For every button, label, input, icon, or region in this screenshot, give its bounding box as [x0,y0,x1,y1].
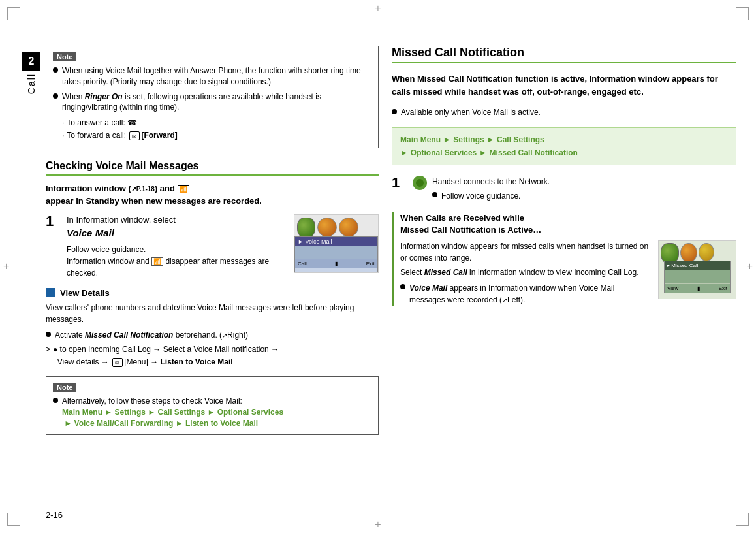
cross-bottom: + [375,519,381,530]
fruit-1 [297,218,315,238]
step-1-content: In Information window, select Voice Mail… [67,214,287,279]
activate-text: Activate Missed Call Notification before… [55,329,248,341]
green-button-icon [413,176,427,190]
corner-mark-tl [7,7,20,20]
step-1-image: ► Voice Mail Call▮Exit [294,214,379,273]
intro-text: When Missed Call Notification function i… [392,73,736,98]
bullet-1 [53,67,58,73]
view-details-step: > ● to open Incoming Call Log → Select a… [46,344,379,368]
avail-note: Available only when Voice Mail is active… [392,107,736,118]
nav-missed: Missed Call Notification [490,148,578,157]
voice-mail-label: Voice Mail [67,227,114,238]
nav-settings: Settings [453,135,484,144]
bullet-follow [432,192,437,197]
page-number: 2-16 [46,510,63,520]
step-detail: ● to open Incoming Call Log → Select a V… [53,344,279,368]
nav-arrow-4: ► [479,148,490,157]
when-calls-box: When Calls are Received while Missed Cal… [392,212,736,305]
step-1-desc-1: Follow voice guidance. [67,245,146,254]
when-calls-bullet: Voice Mail appears in Information window… [400,282,652,306]
step-1-instruction: In Information window, select Voice Mail [67,214,287,240]
when-calls-body: Information window appears for missed ca… [400,240,736,306]
nav-arrow-1: ► [443,135,453,144]
when-calls-text2: Select Missed Call in Information window… [400,266,652,278]
cross-top: + [375,3,381,14]
voice-mail-text: Voice Mail appears in Information window… [409,282,652,306]
corner-mark-bl [7,513,20,526]
missed-screen: ▸ Missed Call View▮Exit [664,261,731,293]
note-item-1: When using Voice Mail together with Answ… [53,65,371,88]
step-1-number: 1 [46,214,60,279]
when-calls-text: Information window appears for missed ca… [400,240,652,306]
right-step-1-content: Handset connects to the Network. Follow … [432,176,550,202]
step-1-row: 1 In Information window, select Voice Ma… [46,214,379,279]
when-calls-header: When Calls are Received while Missed Cal… [400,212,736,236]
nav-arrow-2: ► [486,135,497,144]
nav-call-settings: Call Settings [497,135,544,144]
view-details-activate: Activate Missed Call Notification before… [46,329,379,341]
nav-path-box: Main Menu ► Settings ► Call Settings ► O… [392,127,736,165]
note-label-bottom: Note [53,383,76,392]
arrow-right-icon: > [46,344,50,356]
note-box-bottom: Note Alternatively, follow these steps t… [46,376,379,434]
cross-left: + [3,261,9,272]
nav-arrow-3: ► [400,148,411,157]
when-calls-text1: Information window appears for missed ca… [400,240,652,264]
when-calls-header1: When Calls are Received while [400,213,524,223]
missed-screen-bar: ▸ Missed Call [665,261,730,270]
corner-mark-tr [736,7,749,20]
green-button-inner [416,179,424,187]
sub-items: ·To answer a call: ☎ ·To forward a call:… [62,117,371,142]
phone-screen-bar: ► Voice Mail [295,237,377,246]
right-column: Missed Call Notification When Missed Cal… [392,46,736,500]
phone-screen: ► Voice Mail Call▮Exit [294,236,378,272]
avail-text: Available only when Voice Mail is active… [401,107,541,118]
bullet-activate [46,332,51,337]
follow-text: Follow voice guidance. [441,190,520,202]
cross-right: + [747,261,753,272]
right-step-1-row: 1 Handset connects to the Network. Follo… [392,176,736,202]
checking-subtitle: Information window (↗P.1-18) and 📶 appea… [46,182,379,208]
missed-call-image: ▸ Missed Call View▮Exit [658,240,736,299]
phone-screen-menu: Call▮Exit [295,259,377,268]
right-step-1-number: 1 [392,176,406,202]
blue-square-icon [46,288,55,297]
left-column: Note When using Voice Mail together with… [46,46,379,500]
step-1-desc: Follow voice guidance. Information windo… [67,244,287,279]
sub-item-2: ·To forward a call: ✉[Forward] [62,129,371,142]
chapter-label: Call [26,73,37,94]
note-bottom-item: Alternatively, follow these steps to che… [53,396,371,428]
view-details-text: View callers' phone numbers and date/tim… [46,302,379,325]
avail-bullet [392,109,397,114]
fruit-2 [317,218,337,237]
view-details-header: View Details [46,288,379,298]
note-label-top: Note [53,52,76,61]
nav-optional: Optional Services [411,148,477,157]
bullet-2 [53,93,58,99]
view-details-heading: View Details [60,288,110,298]
right-step-1-desc1: Handset connects to the Network. [432,176,550,187]
corner-mark-br [736,513,749,526]
note-text-2: When Ringer On is set, following operati… [62,91,371,114]
right-section-title: Missed Call Notification [392,46,736,63]
note-box-top: Note When using Voice Mail together with… [46,46,379,148]
checking-section-title: Checking Voice Mail Messages [46,160,379,176]
missed-screen-menu: View▮Exit [665,284,730,293]
note-text-1: When using Voice Mail together with Answ… [62,65,371,88]
when-calls-header2: Missed Call Notification is Active… [400,225,541,234]
nav-main-menu: Main Menu [400,135,441,144]
right-step-1-bullet: Follow voice guidance. [432,190,550,202]
chapter-number: 2 [22,52,40,71]
sub-item-1: ·To answer a call: ☎ [62,117,371,129]
fruit-3 [339,218,358,237]
chapter-tab: 2 Call [20,52,43,94]
bullet-bottom [53,398,58,403]
note-item-2: When Ringer On is set, following operati… [53,91,371,114]
note-bottom-text: Alternatively, follow these steps to che… [62,396,283,428]
main-content: Note When using Voice Mail together with… [46,46,736,500]
bullet-voice-mail [400,284,405,289]
